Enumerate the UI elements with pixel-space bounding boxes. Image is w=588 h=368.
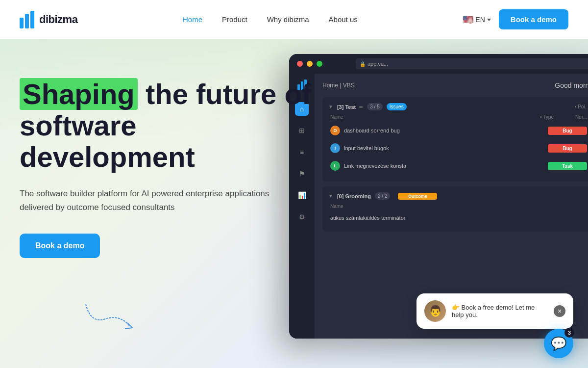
sprint-section: ▼ [3] Test ✏ 3 / 5 Issues • Poi... Name: [322, 97, 588, 182]
logo-icon: [20, 11, 34, 28]
avatar-face: 👨: [429, 305, 442, 317]
table-row[interactable]: I input bevitel bugok Bug: [328, 140, 588, 156]
book-demo-button[interactable]: Book a demo: [499, 9, 568, 29]
hero-section: Shaping the future of software developme…: [0, 39, 588, 368]
sprint-header: ▼ [3] Test ✏ 3 / 5 Issues • Poi...: [328, 103, 588, 110]
logo-text: dibizma: [39, 13, 77, 26]
language-selector[interactable]: 🇺🇸 EN: [463, 14, 490, 25]
nav-home[interactable]: Home: [183, 15, 202, 24]
table-row[interactable]: L Link megnevezése konsta Task: [328, 158, 588, 174]
intercom-badge: 3: [564, 328, 574, 338]
logo-area: dibizma: [20, 11, 77, 28]
avatar: L: [330, 161, 340, 171]
avatar: O: [330, 126, 340, 135]
lang-label: EN: [475, 16, 485, 24]
address-bar: 🔒 app.va...: [356, 58, 588, 69]
hero-content: Shaping the future of software developme…: [20, 79, 314, 258]
grooming-toggle: ▼: [328, 193, 333, 199]
col-type-header: • Type: [505, 114, 554, 120]
grooming-task-name: atikus számlakiüldés terminátor: [330, 215, 587, 221]
avatar: I: [330, 143, 340, 153]
hero-title-highlight: Shaping: [20, 78, 138, 110]
chat-message: 👉 Book a free demo! Let me help you.: [452, 304, 546, 318]
issues-badge: Issues: [387, 103, 407, 110]
device-topbar: 🔒 app.va...: [289, 54, 588, 74]
intercom-icon: 💬: [551, 336, 566, 351]
logo-bar-1: [20, 18, 24, 28]
window-minimize-dot: [307, 61, 313, 67]
grooming-section: ▼ [0] Grooming 2 / 2 Outcome Name atikus…: [322, 186, 588, 232]
app-header: Home | VBS Good morn...: [322, 81, 588, 89]
task-name: dashboard sorrend bug: [344, 128, 544, 133]
flag-icon: 🇺🇸: [463, 14, 473, 25]
nav-why[interactable]: Why dibizma: [267, 15, 309, 24]
nav-product[interactable]: Product: [222, 15, 247, 24]
navbar-right: 🇺🇸 EN Book a demo: [463, 9, 568, 29]
point-label: • Poi...: [575, 104, 588, 109]
hero-subtitle: The software builder platform for AI pow…: [20, 187, 274, 213]
table-row[interactable]: atikus számlakiüldés terminátor: [328, 212, 588, 224]
squiggle-arrow: [81, 294, 140, 336]
sprint-toggle: ▼: [328, 104, 333, 109]
sprint-count: 3 / 5: [367, 103, 382, 110]
chat-bubble: 👨 👉 Book a free demo! Let me help you. ×: [416, 293, 573, 329]
sprint-name: [3] Test ✏: [337, 104, 363, 110]
task-tag-task: Task: [548, 162, 587, 170]
grooming-name: [0] Grooming: [337, 193, 371, 199]
nav-about[interactable]: About us: [329, 15, 358, 24]
task-name: input bevitel bugok: [344, 145, 544, 151]
task-tag-bug: Bug: [548, 144, 587, 153]
grooming-col-name: Name: [330, 204, 587, 209]
task-name: Link megnevezése konsta: [344, 163, 544, 169]
hero-title: Shaping the future of software developme…: [20, 79, 314, 172]
task-tag-bug: Bug: [548, 127, 587, 135]
col-extra-header: Nor...: [558, 114, 587, 120]
col-name-header: Name: [330, 114, 501, 120]
grooming-header: ▼ [0] Grooming 2 / 2 Outcome: [328, 192, 588, 200]
navbar: dibizma Home Product Why dibizma About u…: [0, 0, 588, 39]
lock-icon: 🔒: [360, 61, 366, 67]
intercom-button[interactable]: 💬 3: [544, 329, 573, 358]
grooming-table-header: Name: [328, 204, 588, 209]
task-table-header: Name • Type Nor...: [328, 114, 588, 120]
outcome-badge: Outcome: [398, 193, 437, 200]
window-maximize-dot: [317, 61, 322, 67]
table-row[interactable]: O dashboard sorrend bug Bug: [328, 123, 588, 138]
hero-cta-button[interactable]: Book a demo: [20, 234, 100, 258]
chevron-down-icon: [487, 19, 491, 21]
logo-bar-2: [25, 14, 29, 28]
app-greeting: Good morn...: [555, 81, 588, 89]
window-close-dot: [297, 61, 303, 67]
app-breadcrumb: Home | VBS: [322, 82, 355, 89]
logo-bar-3: [30, 11, 34, 28]
grooming-count: 2 / 2: [375, 192, 390, 200]
chat-close-button[interactable]: ×: [554, 305, 565, 317]
main-nav: Home Product Why dibizma About us: [183, 15, 358, 24]
chat-avatar: 👨: [424, 300, 446, 322]
address-text: app.va...: [368, 61, 388, 67]
